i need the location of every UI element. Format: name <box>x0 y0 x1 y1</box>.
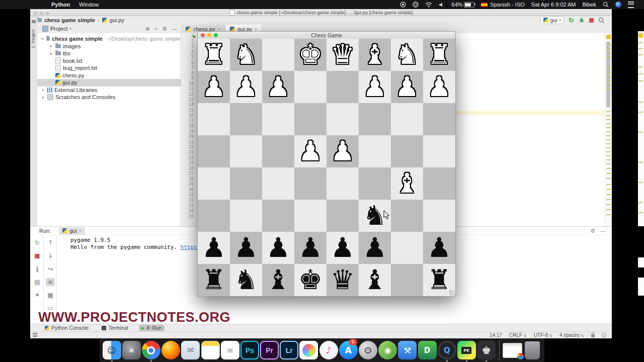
breadcrumb-file[interactable]: gui.py <box>110 17 124 23</box>
board-square[interactable]: ♝ <box>359 264 391 296</box>
white-piece-N[interactable]: ♞ <box>395 39 419 71</box>
tree-item-chess-py[interactable]: chess.py <box>37 72 181 79</box>
board-square[interactable] <box>262 39 294 71</box>
black-piece-P[interactable]: ♟ <box>266 232 290 264</box>
down-stack-icon[interactable]: ↓ <box>46 252 55 260</box>
black-piece-K[interactable]: ♚ <box>298 264 323 296</box>
white-piece-P[interactable]: ♟ <box>234 71 258 103</box>
black-piece-Q[interactable]: ♛ <box>331 264 355 296</box>
board-square[interactable]: ♟ <box>359 232 391 264</box>
collapse-all-icon[interactable]: ÷ <box>154 26 157 32</box>
black-piece-P[interactable]: ♟ <box>234 232 258 264</box>
target-icon[interactable]: ⊕ <box>145 26 150 32</box>
scrollbar-thumb[interactable] <box>606 41 610 108</box>
restore-layout-icon[interactable]: ▤ <box>33 278 42 286</box>
chess-board[interactable]: ♜♞♚♛♝♞♜♟♟♟♟♟♟♟♟♝♞♟♟♟♟♟♟♟♜♞♝♚♛♝♜ <box>198 39 455 296</box>
board-square[interactable]: ♛ <box>327 264 359 296</box>
expand-arrow-icon[interactable]: ▸ <box>41 87 45 92</box>
close-icon[interactable]: × <box>217 27 220 32</box>
board-square[interactable] <box>230 167 262 200</box>
black-piece-P[interactable]: ♟ <box>202 232 226 264</box>
board-square[interactable]: ♟ <box>262 232 294 264</box>
dock-photos[interactable] <box>299 339 318 361</box>
dock-minimized-window[interactable] <box>503 339 522 361</box>
board-square[interactable] <box>294 103 327 135</box>
siri-icon[interactable] <box>615 2 621 8</box>
stop-button[interactable] <box>589 18 594 23</box>
board-square[interactable]: ♞ <box>391 39 423 71</box>
menu-python[interactable]: Python <box>51 2 70 8</box>
rerun-icon[interactable]: ↻ <box>33 239 42 247</box>
pause-icon[interactable]: ∥ <box>33 265 42 273</box>
black-piece-P[interactable]: ♟ <box>363 232 387 264</box>
close-icon[interactable]: × <box>255 27 257 32</box>
dock-system-preferences[interactable]: ⚙ <box>358 339 377 361</box>
zoom-button[interactable] <box>214 33 218 37</box>
board-square[interactable]: ♞ <box>230 264 262 296</box>
run-config-dropdown[interactable]: gui ▾ <box>540 16 565 24</box>
black-piece-P[interactable]: ♟ <box>331 232 355 264</box>
expand-arrow-icon[interactable]: ▸ <box>49 51 53 56</box>
run-tab[interactable]: gui × <box>59 227 85 235</box>
pin-icon[interactable]: ✶ <box>33 291 42 299</box>
dock-photoshop[interactable]: Ps <box>240 339 259 361</box>
board-square[interactable] <box>198 103 230 135</box>
black-piece-P[interactable]: ♟ <box>427 232 451 264</box>
dock-quicktime[interactable]: Q <box>437 339 456 361</box>
board-square[interactable]: ♟ <box>423 232 455 264</box>
board-square[interactable] <box>391 103 423 135</box>
board-square[interactable] <box>198 135 230 167</box>
board-square[interactable] <box>391 200 423 232</box>
board-square[interactable] <box>423 103 455 135</box>
tree-item-book-txt[interactable]: book.txt <box>37 57 181 65</box>
debug-button[interactable] <box>579 17 585 23</box>
hide-icon[interactable]: — <box>600 228 606 234</box>
dock-trash[interactable] <box>523 339 542 361</box>
black-piece-R[interactable]: ♜ <box>202 264 226 296</box>
board-square[interactable] <box>391 232 423 264</box>
dock-launchpad[interactable]: ✶ <box>122 339 141 361</box>
black-piece-B[interactable]: ♝ <box>363 264 387 296</box>
stop-icon[interactable]: ■ <box>33 252 42 260</box>
breadcrumb[interactable]: chess game simple › gui.py <box>30 17 124 23</box>
chess-title-bar[interactable]: Chess Game <box>198 32 455 39</box>
tool-button-terminal[interactable]: ›Terminal <box>99 325 131 331</box>
dock-premiere[interactable]: Pr <box>260 339 279 361</box>
indent-select[interactable]: 4 spaces ⇅ <box>559 332 584 338</box>
dock-xcode[interactable]: ⚒ <box>398 339 417 361</box>
input-source[interactable]: Spanish - ISO <box>481 2 524 8</box>
white-piece-R[interactable]: ♜ <box>202 39 226 71</box>
board-square[interactable]: ♟ <box>198 232 230 264</box>
white-piece-K[interactable]: ♚ <box>298 39 323 71</box>
board-square[interactable] <box>294 71 327 103</box>
board-square[interactable] <box>327 103 359 135</box>
menu-clock[interactable]: Sat Apr 6 9:02 AM <box>531 2 576 8</box>
dock-chess-app[interactable]: ♚ <box>477 339 496 361</box>
board-square[interactable]: ♝ <box>391 167 423 200</box>
ide-traffic-lights[interactable] <box>34 11 52 16</box>
board-square[interactable] <box>230 200 262 232</box>
board-square[interactable] <box>359 103 391 135</box>
white-piece-P[interactable]: ♟ <box>395 71 419 103</box>
black-piece-P[interactable]: ♟ <box>298 232 323 264</box>
loop-icon[interactable] <box>413 2 419 8</box>
menu-window[interactable]: Window <box>79 2 99 8</box>
white-piece-P[interactable]: ♟ <box>363 71 387 103</box>
white-piece-Q[interactable]: ♛ <box>331 39 355 71</box>
board-square[interactable]: ♟ <box>423 71 455 103</box>
close-icon[interactable]: × <box>79 228 82 233</box>
resize-handle[interactable] <box>449 290 455 296</box>
board-square[interactable]: ♟ <box>359 71 391 103</box>
hide-icon[interactable]: — <box>172 26 177 32</box>
gear-icon[interactable]: ⚙ <box>590 228 595 234</box>
record-icon[interactable] <box>400 2 406 8</box>
dock-pycharm[interactable]: PE <box>457 339 476 361</box>
battery-indicator[interactable]: 64% <box>451 2 474 8</box>
board-square[interactable] <box>327 167 359 200</box>
white-piece-R[interactable]: ♜ <box>427 39 451 71</box>
scroll-to-end-icon[interactable]: ≡ <box>46 278 55 286</box>
board-square[interactable]: ♛ <box>327 39 359 71</box>
notification-center-icon[interactable] <box>628 2 634 8</box>
board-square[interactable] <box>359 135 391 167</box>
board-square[interactable]: ♜ <box>423 39 455 71</box>
